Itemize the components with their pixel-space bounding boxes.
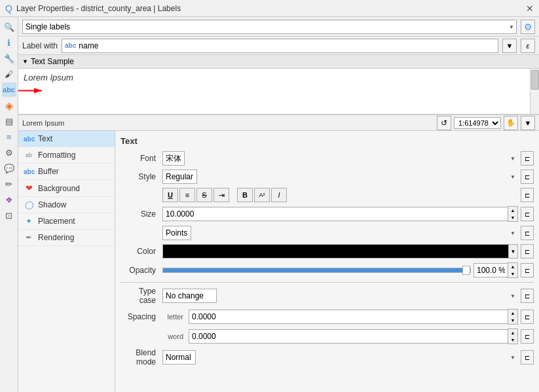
letter-down-btn[interactable]: ▼ bbox=[508, 317, 517, 324]
undo-btn[interactable]: ↺ bbox=[437, 116, 451, 130]
toolbar-layers[interactable]: ◈ bbox=[2, 98, 16, 113]
color-dropdown-btn[interactable]: ▼ bbox=[509, 244, 518, 258]
type-case-copy-btn[interactable]: ⊏ bbox=[521, 289, 534, 303]
panel-item-background[interactable]: ❤ Background bbox=[18, 180, 115, 197]
type-case-label: Type case bbox=[121, 287, 160, 305]
word-up-btn[interactable]: ▲ bbox=[508, 329, 517, 336]
italic-btn[interactable]: I bbox=[271, 188, 287, 202]
opacity-down-btn[interactable]: ▼ bbox=[508, 270, 517, 277]
label-field-select[interactable]: abc name bbox=[62, 39, 498, 53]
color-swatch-wrap: ▼ bbox=[162, 244, 518, 258]
font-select[interactable]: 宋体 bbox=[162, 151, 185, 166]
panel-placement-label: Placement bbox=[38, 217, 75, 226]
opacity-input[interactable] bbox=[474, 263, 508, 277]
label-with-label: Label with bbox=[22, 41, 58, 50]
size-input[interactable] bbox=[162, 207, 508, 221]
toolbar-comment[interactable]: 💬 bbox=[2, 161, 16, 175]
opacity-slider[interactable] bbox=[162, 268, 471, 273]
opacity-group: ▲ ▼ bbox=[162, 262, 518, 278]
label-field-value: name bbox=[79, 41, 98, 50]
blend-mode-row: Blend mode Normal Multiply Screen ⊏ bbox=[121, 348, 534, 366]
toolbar-abc[interactable]: abc bbox=[2, 82, 16, 97]
text-sample-header[interactable]: ▼ Text Sample bbox=[18, 55, 539, 69]
panel-background-label: Background bbox=[38, 184, 80, 193]
letter-up-btn[interactable]: ▲ bbox=[508, 310, 517, 317]
red-arrow bbox=[18, 84, 46, 99]
letter-spacing-input[interactable] bbox=[189, 310, 508, 324]
opacity-label: Opacity bbox=[121, 266, 160, 275]
letter-copy-btn[interactable]: ⊏ bbox=[521, 310, 534, 324]
blend-mode-select[interactable]: Normal Multiply Screen bbox=[162, 350, 196, 365]
toolbar-search[interactable]: 🔍 bbox=[2, 20, 16, 34]
sample-scrollbar[interactable] bbox=[530, 69, 539, 114]
panel-item-placement[interactable]: ✦ Placement bbox=[18, 213, 115, 230]
toolbar-edit[interactable]: 🔧 bbox=[2, 51, 16, 65]
title-bar: Q Layer Properties - district_county_are… bbox=[0, 0, 539, 17]
toolbar-brush[interactable]: 🖌 bbox=[2, 67, 16, 81]
bold-btn[interactable]: B bbox=[237, 188, 253, 202]
type-case-row: Type case No change All uppercase All lo… bbox=[121, 287, 534, 305]
size-unit-select[interactable]: Points Pixels mm bbox=[162, 226, 191, 240]
opacity-up-btn[interactable]: ▲ bbox=[508, 263, 517, 270]
size-label: Size bbox=[121, 209, 160, 219]
toolbar-settings[interactable]: ⚙ bbox=[2, 145, 16, 160]
panel-item-rendering[interactable]: ✒ Rendering bbox=[18, 230, 115, 246]
toolbar-plugin[interactable]: ❖ bbox=[2, 192, 16, 207]
word-spinbox: ▲ ▼ bbox=[508, 329, 518, 344]
size-row: Size ▲ ▼ ⊏ bbox=[121, 206, 534, 222]
app-icon: Q bbox=[5, 3, 12, 14]
toolbar-chart[interactable]: ≡ bbox=[2, 130, 16, 144]
content-area: Single labels ⚙ Label with abc name ▼ ε … bbox=[18, 17, 539, 392]
color-swatch[interactable] bbox=[162, 244, 509, 258]
text-sample-box: Lorem Ipsum bbox=[18, 69, 539, 115]
label-mode-select[interactable]: Single labels bbox=[22, 20, 517, 34]
size-unit-copy-btn[interactable]: ⊏ bbox=[521, 226, 534, 240]
rendering-panel-icon: ✒ bbox=[24, 233, 34, 242]
toolbar-draw[interactable]: ✏ bbox=[2, 177, 16, 191]
word-copy-btn[interactable]: ⊏ bbox=[521, 329, 534, 344]
toolbar-info[interactable]: ℹ bbox=[2, 35, 16, 50]
style-select[interactable]: Regular Bold Italic bbox=[162, 169, 197, 184]
style-select-wrapper: Regular Bold Italic bbox=[162, 169, 518, 184]
font-row: Font 宋体 ⊏ bbox=[121, 151, 534, 166]
toolbar-table[interactable]: ▤ bbox=[2, 114, 16, 128]
more-btn[interactable]: ▼ bbox=[521, 116, 535, 130]
letter-sublabel: letter bbox=[162, 313, 186, 321]
blend-mode-wrapper: Normal Multiply Screen bbox=[162, 350, 518, 365]
placement-panel-icon: ✦ bbox=[24, 217, 34, 226]
close-button[interactable]: ✕ bbox=[526, 3, 534, 14]
strikethrough-btn[interactable]: S bbox=[196, 188, 212, 202]
align-left-btn[interactable]: ≡ bbox=[179, 188, 195, 202]
blend-mode-label: Blend mode bbox=[121, 348, 160, 366]
superscript-btn[interactable]: A² bbox=[254, 188, 270, 202]
format-buttons: U ≡ S ⇥ B A² I bbox=[162, 188, 518, 202]
label-field-dropdown[interactable]: ▼ bbox=[502, 39, 517, 53]
pan-btn[interactable]: ✋ bbox=[504, 116, 518, 130]
color-copy-btn[interactable]: ⊏ bbox=[521, 244, 534, 258]
type-case-select[interactable]: No change All uppercase All lowercase bbox=[162, 289, 217, 303]
indent-btn[interactable]: ⇥ bbox=[214, 188, 229, 202]
underline-btn[interactable]: U bbox=[162, 188, 178, 202]
style-copy-btn[interactable]: ⊏ bbox=[521, 169, 534, 184]
word-down-btn[interactable]: ▼ bbox=[508, 336, 517, 344]
format-copy-btn[interactable]: ⊏ bbox=[521, 188, 534, 202]
panel-rendering-label: Rendering bbox=[38, 233, 74, 242]
size-up-btn[interactable]: ▲ bbox=[508, 207, 517, 214]
blend-mode-copy-btn[interactable]: ⊏ bbox=[521, 350, 534, 365]
panel-formatting-label: Formatting bbox=[38, 151, 75, 160]
opacity-copy-btn[interactable]: ⊏ bbox=[521, 263, 534, 277]
text-sample-title: Text Sample bbox=[31, 57, 74, 66]
panel-item-shadow[interactable]: ◯ Shadow bbox=[18, 197, 115, 213]
toolbar-map[interactable]: ⊡ bbox=[2, 208, 16, 223]
word-spacing-input[interactable] bbox=[189, 329, 508, 344]
panel-item-buffer[interactable]: abc Buffer bbox=[18, 164, 115, 180]
size-down-btn[interactable]: ▼ bbox=[508, 214, 517, 221]
mode-icon-btn[interactable]: ⚙ bbox=[521, 20, 535, 34]
panel-item-formatting[interactable]: ab Formatting bbox=[18, 147, 115, 164]
label-epsilon-btn[interactable]: ε bbox=[521, 39, 535, 53]
format-buttons-row: U ≡ S ⇥ B A² I ⊏ bbox=[121, 188, 534, 202]
panel-item-text[interactable]: abc Text bbox=[18, 131, 115, 147]
font-copy-btn[interactable]: ⊏ bbox=[521, 151, 534, 166]
scale-select[interactable]: 1:614978 bbox=[454, 117, 501, 129]
size-copy-btn[interactable]: ⊏ bbox=[521, 207, 534, 221]
